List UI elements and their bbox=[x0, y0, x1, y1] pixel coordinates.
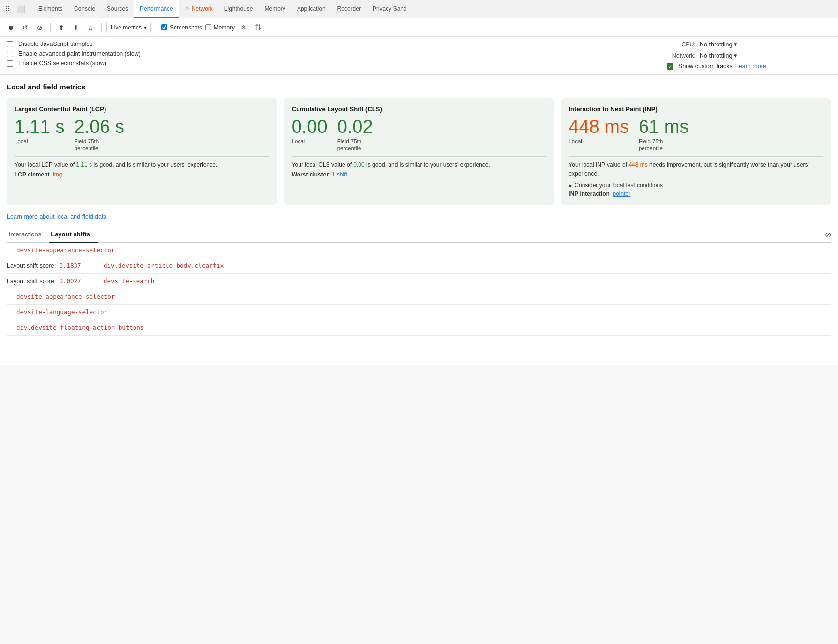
separator-3 bbox=[156, 23, 156, 32]
devtools-icon-1[interactable]: ⠿ bbox=[2, 4, 13, 15]
tab-memory[interactable]: Memory bbox=[259, 0, 291, 18]
settings-gear-button[interactable]: ⚙ bbox=[238, 22, 249, 33]
clear-button[interactable]: ⊘ bbox=[34, 22, 45, 33]
list-item: devsite-appearance-selector bbox=[7, 289, 831, 305]
screenshots-checkbox-label[interactable]: Screenshots bbox=[161, 24, 202, 31]
reload-button[interactable]: ↺ bbox=[19, 22, 31, 33]
selector-value[interactable]: div.devsite-article-body.clearfix bbox=[104, 262, 224, 269]
inp-values: 448 ms Local 61 ms Field 75thpercentile bbox=[569, 117, 823, 152]
tab-application[interactable]: Application bbox=[291, 0, 331, 18]
cpu-chevron-icon: ▾ bbox=[734, 41, 737, 48]
dropdown-chevron-icon: ▾ bbox=[144, 24, 147, 31]
cpu-throttle-select[interactable]: No throttling ▾ bbox=[700, 41, 737, 48]
selector-value[interactable]: devsite-language-selector bbox=[16, 308, 107, 316]
list-item: devsite-language-selector bbox=[7, 305, 831, 320]
inp-consider-row: ▶ Consider your local test conditions bbox=[569, 182, 823, 189]
score-value: 0.1837 bbox=[59, 262, 81, 269]
lcp-local-value: 1.11 s bbox=[15, 117, 65, 136]
memory-checkbox[interactable] bbox=[205, 24, 211, 30]
advanced-paint-setting: Enable advanced paint instrumentation (s… bbox=[7, 50, 667, 57]
list-item: div.devsite-floating-action-buttons bbox=[7, 320, 831, 336]
home-button[interactable]: ⌂ bbox=[85, 22, 96, 33]
live-metrics-dropdown[interactable]: Live metrics ▾ bbox=[106, 22, 151, 33]
lcp-field-value: 2.06 s bbox=[75, 117, 125, 136]
selector-value[interactable]: devsite-search bbox=[104, 278, 154, 285]
inp-inline-value: 448 ms bbox=[628, 161, 647, 168]
inp-local-block: 448 ms Local bbox=[569, 117, 629, 152]
lcp-card: Largest Contentful Paint (LCP) 1.11 s Lo… bbox=[7, 98, 277, 205]
custom-tracks-learn-more-link[interactable]: Learn more bbox=[735, 63, 766, 70]
cls-values: 0.00 Local 0.02 Field 75thpercentile bbox=[292, 117, 547, 152]
lcp-divider bbox=[15, 156, 269, 157]
tab-network[interactable]: ⚠ Network bbox=[179, 0, 219, 18]
inp-consider-label: Consider your local test conditions bbox=[574, 182, 663, 189]
settings-left: Disable JavaScript samples Enable advanc… bbox=[7, 41, 667, 67]
cls-divider bbox=[292, 156, 547, 157]
disable-js-setting: Disable JavaScript samples bbox=[7, 41, 667, 47]
memory-checkbox-label[interactable]: Memory bbox=[205, 24, 235, 31]
score-value: 0.0027 bbox=[59, 278, 81, 285]
cls-cluster-row: Worst cluster 1 shift bbox=[292, 171, 547, 178]
lcp-element-row: LCP element img bbox=[15, 171, 269, 178]
toolbar: ⏺ ↺ ⊘ ⬆ ⬇ ⌂ Live metrics ▾ Screenshots M… bbox=[0, 18, 838, 37]
download-button[interactable]: ⬇ bbox=[70, 22, 82, 33]
inp-field-label: Field 75thpercentile bbox=[639, 138, 688, 152]
settings-row: Disable JavaScript samples Enable advanc… bbox=[0, 37, 838, 75]
tab-interactions[interactable]: Interactions bbox=[7, 227, 49, 243]
cls-local-block: 0.00 Local bbox=[292, 117, 328, 152]
list-item: Layout shift score: 0.0027 devsite-searc… bbox=[7, 274, 831, 289]
devtools-icons: ⠿ ⬜ bbox=[2, 4, 30, 15]
layout-shifts-list: devsite-appearance-selector Layout shift… bbox=[7, 243, 831, 336]
more-settings-button[interactable]: ⇅ bbox=[252, 22, 264, 33]
lcp-inline-value: 1.11 s bbox=[76, 161, 92, 168]
tab-privacy[interactable]: Privacy Sand bbox=[367, 0, 413, 18]
custom-tracks-checkbox[interactable] bbox=[667, 63, 673, 70]
inp-interaction-link[interactable]: pointer bbox=[613, 190, 630, 197]
separator-1 bbox=[50, 23, 51, 32]
cls-card: Cumulative Layout Shift (CLS) 0.00 Local… bbox=[284, 98, 554, 205]
devtools-icon-2[interactable]: ⬜ bbox=[15, 4, 26, 15]
css-selector-checkbox[interactable] bbox=[7, 60, 13, 67]
inp-divider bbox=[569, 156, 823, 157]
tab-layout-shifts[interactable]: Layout shifts bbox=[49, 227, 98, 243]
cpu-throttle-row: CPU: No throttling ▾ bbox=[667, 41, 831, 48]
learn-more-field-data-link[interactable]: Learn more about local and field data bbox=[7, 213, 106, 220]
lcp-title: Largest Contentful Paint (LCP) bbox=[15, 105, 269, 113]
lcp-field-label: Field 75thpercentile bbox=[75, 138, 125, 152]
lcp-element-value[interactable]: img bbox=[53, 171, 62, 178]
cls-cluster-link[interactable]: 1 shift bbox=[332, 171, 347, 178]
custom-tracks-row: Show custom tracks Learn more bbox=[667, 63, 831, 70]
tab-recorder[interactable]: Recorder bbox=[331, 0, 367, 18]
selector-value[interactable]: devsite-appearance-selector bbox=[16, 247, 115, 254]
warning-icon: ⚠ bbox=[185, 5, 190, 12]
filter-icon[interactable]: ⊘ bbox=[825, 230, 831, 242]
upload-button[interactable]: ⬆ bbox=[56, 22, 67, 33]
inp-field-value: 61 ms bbox=[639, 117, 688, 136]
metric-cards: Largest Contentful Paint (LCP) 1.11 s Lo… bbox=[7, 98, 831, 205]
tab-sources[interactable]: Sources bbox=[101, 0, 134, 18]
advanced-paint-checkbox[interactable] bbox=[7, 51, 13, 57]
cls-description: Your local CLS value of 0.00 is good, an… bbox=[292, 161, 547, 169]
network-throttle-row: Network: No throttling ▾ bbox=[667, 52, 831, 59]
tab-performance[interactable]: Performance bbox=[134, 0, 179, 18]
main-content: Local and field metrics Largest Contentf… bbox=[0, 75, 838, 365]
inp-local-label: Local bbox=[569, 138, 629, 145]
inp-field-block: 61 ms Field 75thpercentile bbox=[639, 117, 688, 152]
cls-inline-value: 0.00 bbox=[353, 161, 364, 168]
screenshots-checkbox[interactable] bbox=[161, 24, 167, 30]
css-selector-setting: Enable CSS selector stats (slow) bbox=[7, 60, 667, 67]
tab-lighthouse[interactable]: Lighthouse bbox=[219, 0, 259, 18]
cls-local-value: 0.00 bbox=[292, 117, 328, 136]
triangle-icon: ▶ bbox=[569, 183, 572, 188]
network-throttle-select[interactable]: No throttling ▾ bbox=[700, 52, 737, 59]
cls-local-label: Local bbox=[292, 138, 328, 145]
disable-js-checkbox[interactable] bbox=[7, 41, 13, 47]
record-button[interactable]: ⏺ bbox=[5, 22, 16, 33]
selector-value[interactable]: div.devsite-floating-action-buttons bbox=[16, 324, 144, 331]
lcp-local-block: 1.11 s Local bbox=[15, 117, 65, 152]
tab-elements[interactable]: Elements bbox=[32, 0, 68, 18]
settings-right: CPU: No throttling ▾ Network: No throttl… bbox=[667, 41, 831, 70]
inp-interaction-row: INP interaction pointer bbox=[569, 190, 823, 197]
selector-value[interactable]: devsite-appearance-selector bbox=[16, 293, 115, 300]
tab-console[interactable]: Console bbox=[68, 0, 101, 18]
